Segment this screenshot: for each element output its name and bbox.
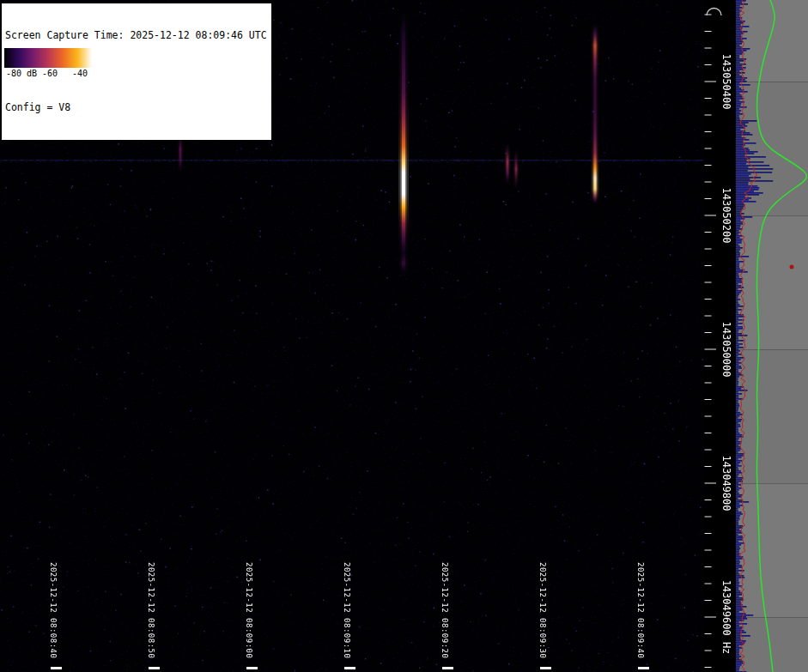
- frequency-tick-label: 143049600 Hz: [720, 580, 732, 655]
- colorbar-labels: -80 dB -60 -40: [4, 68, 92, 79]
- meteor-spectrogram-screen: Screen Capture Time: 2025-12-12 08:09:46…: [0, 0, 808, 672]
- frequency-tick-label: 143050000: [720, 321, 732, 377]
- colorbar-label-max: -40: [72, 68, 88, 79]
- colorbar-label-mid: -60: [42, 68, 58, 79]
- spectrum-panel: [736, 0, 808, 672]
- config-text: Config = V8: [5, 101, 267, 113]
- frequency-tick-label: 143050200: [720, 187, 732, 243]
- colorbar-gradient: [4, 48, 92, 68]
- frequency-tick-label: 143050400: [720, 53, 732, 109]
- frequency-axis: 1430504001430502001430500001430498001430…: [704, 0, 736, 672]
- frequency-tick-label: 143049800: [720, 455, 732, 511]
- colorbar-label-min: -80 dB: [6, 68, 37, 79]
- capture-time-text: Screen Capture Time: 2025-12-12 08:09:46…: [5, 29, 267, 41]
- colorbar: -80 dB -60 -40: [4, 48, 92, 79]
